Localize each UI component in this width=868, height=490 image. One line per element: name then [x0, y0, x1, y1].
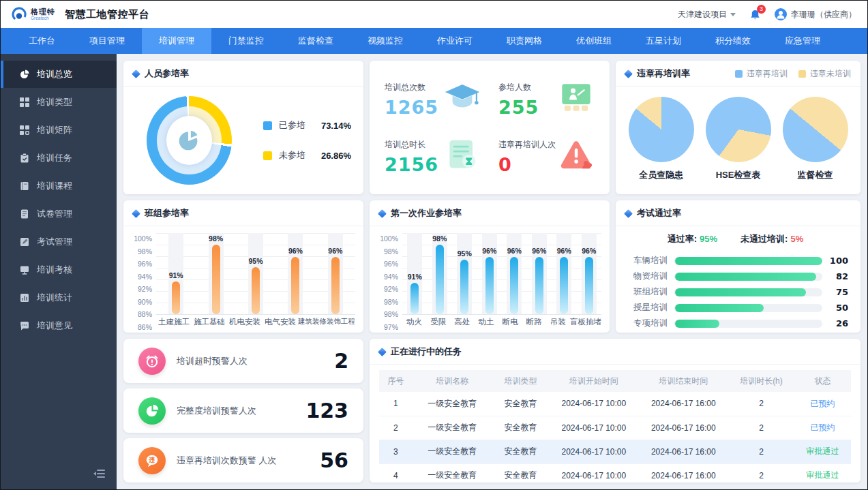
sidebar-item-2[interactable]: 培训矩阵: [1, 117, 117, 144]
exam-row-label: 车辆培训: [623, 255, 674, 266]
nav-tab-7[interactable]: 职责网格: [490, 28, 559, 54]
bar-fill: [535, 257, 543, 314]
bar-value: 96%: [507, 247, 522, 255]
nav-tab-5[interactable]: 视频监控: [350, 28, 420, 54]
table-row-0[interactable]: 1一级安全教育安全教育2024-06-17 10:002024-06-17 16…: [379, 392, 851, 416]
bar-fill: [436, 245, 444, 314]
bar-column-2: 95%: [236, 233, 275, 314]
panel-exam-title: 考试通过率: [637, 207, 681, 219]
title-diamond-icon: [378, 348, 387, 356]
table-cell: 2024-06-17 10:00: [549, 463, 638, 483]
panel-team-chart: 班组参培率 100%98%96%94%92%90%88%86%91%98%95%…: [123, 200, 363, 333]
pie-icon: [138, 397, 166, 425]
nav-tab-1[interactable]: 项目管理: [72, 28, 142, 54]
sidebar-item-4[interactable]: 培训课程: [1, 172, 117, 200]
status-badge[interactable]: 审批通过: [794, 440, 851, 463]
warning-label: 培训超时预警人次: [177, 355, 248, 367]
sidebar-collapse-button[interactable]: [93, 469, 106, 481]
nav-tab-3[interactable]: 门禁监控: [211, 28, 281, 54]
sidebar-item-1[interactable]: 培训类型: [1, 89, 117, 116]
user-menu[interactable]: 李珊珊（供应商）: [775, 8, 856, 20]
nav-tab-9[interactable]: 五星计划: [629, 28, 698, 54]
sidebar-item-9[interactable]: 培训意见: [1, 312, 117, 339]
sidebar-item-6[interactable]: 考试管理: [1, 228, 117, 256]
bar-value: 98%: [432, 234, 447, 243]
status-badge[interactable]: 已预约: [794, 392, 851, 416]
pie-figure-2: 监督检查: [783, 97, 848, 181]
bar-fill: [172, 281, 180, 314]
bar-category: 电气安装: [263, 317, 298, 327]
notification-bell[interactable]: 3: [749, 9, 761, 20]
top-header: 格理特 Greatech 智慧工地管控平台 天津建设项目 3: [1, 1, 867, 28]
sidebar-item-3[interactable]: 培训任务: [1, 144, 117, 172]
warning-label: 完整度培训预警人次: [177, 405, 256, 417]
nav-tab-10[interactable]: 积分绩效: [698, 28, 768, 54]
bar-fill: [585, 257, 593, 314]
team-bar-chart: 100%98%96%94%92%90%88%86%91%98%95%96%96%…: [123, 226, 363, 333]
page-title: 智慧工地管控平台: [65, 8, 149, 21]
exam-row-label: 物资培训: [623, 271, 674, 282]
x-axis: 动火受限高处动土断电断路吊装盲板抽堵: [402, 315, 601, 328]
panel-firstjob-title: 第一次作业参培率: [391, 207, 462, 219]
sidebar-item-8[interactable]: 培训统计: [1, 284, 117, 311]
bar-category: 机电安装: [227, 317, 263, 327]
pass-rate-label: 通过率:: [668, 234, 697, 244]
exam-bar-track: [674, 257, 822, 265]
sidebar-item-5[interactable]: 试卷管理: [1, 200, 117, 228]
stat-value: 2156: [385, 155, 438, 174]
table-cell: 安全教育: [492, 416, 549, 440]
sidebar-item-label: 培训矩阵: [37, 124, 72, 136]
table-row-1[interactable]: 2一级安全教育安全教育2024-06-17 10:002024-06-17 16…: [379, 416, 851, 440]
table-row-3[interactable]: 4一级安全教育安全教育2024-06-17 10:002024-06-17 16…: [379, 463, 851, 483]
table-header-cell: 状态: [794, 370, 851, 392]
status-badge[interactable]: 已预约: [794, 416, 851, 440]
pie-chart-1: [706, 97, 771, 162]
bar-column-3: 96%: [477, 233, 503, 314]
table-cell: 安全教育: [492, 463, 549, 483]
main-nav: 工作台项目管理培训管理门禁监控监督检查视频监控作业许可职责网格优创班组五星计划积…: [1, 28, 867, 54]
panel-participation: 人员参培率 已参培73.14%未参培26.86%: [123, 61, 363, 194]
bar-value: 96%: [557, 247, 571, 255]
exam-row-value: 50: [822, 303, 848, 313]
nav-tab-2[interactable]: 培训管理: [142, 28, 211, 54]
bar-fill: [560, 257, 568, 314]
bar-value: 91%: [169, 271, 183, 279]
table-cell: 2024-06-17 16:00: [639, 392, 728, 416]
panel-retrain: 违章再培训率 违章再培训违章未培训 全员查隐患HSE检查表监督检查: [616, 61, 860, 194]
title-diamond-icon: [132, 70, 140, 78]
table-cell: 安全教育: [492, 392, 549, 416]
nav-tab-0[interactable]: 工作台: [12, 28, 72, 54]
table-cell: 一级安全教育: [412, 440, 492, 463]
plot-area: 91%98%95%96%96%96%96%96%动火受限高处动土断电断路吊装盲板…: [402, 233, 601, 328]
bar-column-4: 96%: [316, 233, 355, 314]
legend-item-1: 未参培26.86%: [263, 149, 351, 162]
fail-rate-value: 5%: [790, 234, 803, 244]
sidebar-item-0[interactable]: 培训总览: [1, 61, 117, 88]
nav-tab-11[interactable]: 应急管理: [768, 28, 837, 54]
project-selector[interactable]: 天津建设项目: [678, 9, 736, 20]
nav-tab-4[interactable]: 监督检查: [281, 28, 350, 54]
logo-icon: [12, 7, 27, 22]
bar-column-6: 96%: [552, 233, 577, 314]
stat-1: 参培人数255: [498, 70, 595, 127]
bar-fill: [291, 257, 299, 314]
bar-value: 91%: [408, 273, 422, 281]
title-diamond-icon: [132, 209, 140, 218]
exam-bar-track: [674, 273, 822, 281]
nav-tab-6[interactable]: 作业许可: [420, 28, 490, 54]
table-cell: 4: [379, 463, 412, 483]
table-cell: 2024-06-17 10:00: [549, 440, 638, 463]
table-cell: 一级安全教育: [412, 463, 492, 483]
bars: 91%98%95%96%96%: [156, 233, 355, 315]
sidebar-item-7[interactable]: 培训考核: [1, 256, 117, 284]
status-badge[interactable]: 审批通过: [794, 463, 851, 483]
graduation-cap-icon: [444, 82, 481, 116]
table-row-2[interactable]: 3一级安全教育安全教育2024-06-17 10:002024-06-17 16…: [379, 440, 851, 463]
retrain-legend-1: 违章未培训: [798, 68, 851, 80]
pie-label: 监督检查: [798, 169, 833, 181]
pie-chart-icon: [20, 70, 29, 79]
stat-label: 参培人数: [498, 82, 539, 93]
legend-label: 未参培: [279, 149, 321, 162]
table-cell: 安全教育: [492, 440, 549, 463]
nav-tab-8[interactable]: 优创班组: [559, 28, 629, 54]
